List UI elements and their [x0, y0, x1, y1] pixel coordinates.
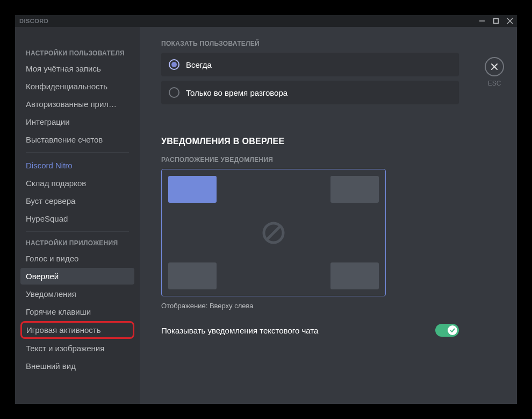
- radio-talking[interactable]: Только во время разговора: [161, 81, 459, 104]
- show-users-header: ПОКАЗАТЬ ПОЛЬЗОВАТЕЛЕЙ: [161, 40, 495, 47]
- sidebar-item-boost[interactable]: Буст сервера: [20, 193, 134, 209]
- sidebar-item-hotkeys[interactable]: Горячие клавиши: [20, 303, 134, 320]
- notification-position-header: РАСПОЛОЖЕНИЕ УВЕДОМЛЕНИЯ: [161, 156, 495, 164]
- sidebar-item-nitro[interactable]: Discord Nitro: [20, 157, 134, 174]
- toggle-knob-icon: [448, 325, 457, 335]
- window-controls: [479, 18, 513, 24]
- sidebar-header-user: НАСТРОЙКИ ПОЛЬЗОВАТЕЛЯ: [20, 46, 134, 60]
- notification-position-picker: [161, 169, 386, 296]
- radio-icon: [169, 87, 179, 98]
- esc-label: ESC: [488, 80, 501, 87]
- radio-talking-label: Только во время разговора: [186, 88, 287, 97]
- sidebar-item-privacy[interactable]: Конфиденциальность: [20, 78, 134, 95]
- radio-always[interactable]: Всегда: [161, 53, 459, 76]
- sidebar-item-overlay[interactable]: Оверлей: [20, 268, 134, 285]
- close-settings-button[interactable]: [485, 57, 504, 76]
- text-chat-toggle-label: Показывать уведомления текстового чата: [161, 326, 318, 335]
- position-top-right[interactable]: [330, 176, 379, 203]
- sidebar-separator: [26, 231, 129, 232]
- svg-rect-1: [494, 19, 499, 24]
- app-window: DISCORD НАСТРОЙКИ ПОЛЬЗОВАТЕЛЯ Моя учётн…: [15, 15, 517, 404]
- position-disabled-icon[interactable]: [262, 221, 285, 245]
- minimize-icon[interactable]: [479, 18, 485, 24]
- sidebar-item-billing[interactable]: Выставление счетов: [20, 131, 134, 148]
- sidebar-item-voice-video[interactable]: Голос и видео: [20, 250, 134, 267]
- titlebar: DISCORD: [15, 15, 517, 27]
- close-window-icon[interactable]: [507, 18, 513, 24]
- app-title: DISCORD: [19, 18, 48, 24]
- sidebar-item-authorized-apps[interactable]: Авторизованные прил…: [20, 96, 134, 112]
- sidebar-separator: [26, 152, 129, 153]
- position-bottom-left[interactable]: [168, 262, 217, 289]
- sidebar-item-notifications[interactable]: Уведомления: [20, 286, 134, 302]
- sidebar-item-account[interactable]: Моя учётная запись: [20, 60, 134, 77]
- overlay-notifications-title: УВЕДОМЛЕНИЯ В ОВЕРЛЕЕ: [161, 137, 495, 146]
- sidebar-item-text-images[interactable]: Текст и изображения: [20, 340, 134, 357]
- content-area: НАСТРОЙКИ ПОЛЬЗОВАТЕЛЯ Моя учётная запис…: [15, 27, 517, 404]
- radio-icon: [169, 59, 179, 70]
- position-top-left[interactable]: [168, 176, 217, 203]
- sidebar-item-hypesquad[interactable]: HypeSquad: [20, 210, 134, 227]
- settings-sidebar: НАСТРОЙКИ ПОЛЬЗОВАТЕЛЯ Моя учётная запис…: [15, 27, 140, 404]
- position-caption: Отображение: Вверху слева: [161, 302, 495, 310]
- position-bottom-right[interactable]: [330, 262, 379, 289]
- sidebar-item-gifts[interactable]: Склад подарков: [20, 175, 134, 191]
- sidebar-item-appearance[interactable]: Внешний вид: [20, 358, 134, 374]
- maximize-icon[interactable]: [493, 18, 499, 24]
- sidebar-header-app: НАСТРОЙКИ ПРИЛОЖЕНИЯ: [20, 236, 134, 250]
- settings-main: ESC ПОКАЗАТЬ ПОЛЬЗОВАТЕЛЕЙ Всегда Только…: [140, 27, 517, 404]
- sidebar-item-game-activity[interactable]: Игровая активность: [20, 321, 134, 339]
- sidebar-item-integrations[interactable]: Интеграции: [20, 113, 134, 130]
- text-chat-toggle-row: Показывать уведомления текстового чата: [161, 324, 459, 337]
- close-settings-area: ESC: [485, 57, 504, 87]
- text-chat-toggle[interactable]: [435, 324, 459, 337]
- svg-line-7: [267, 226, 281, 240]
- radio-always-label: Всегда: [186, 60, 212, 69]
